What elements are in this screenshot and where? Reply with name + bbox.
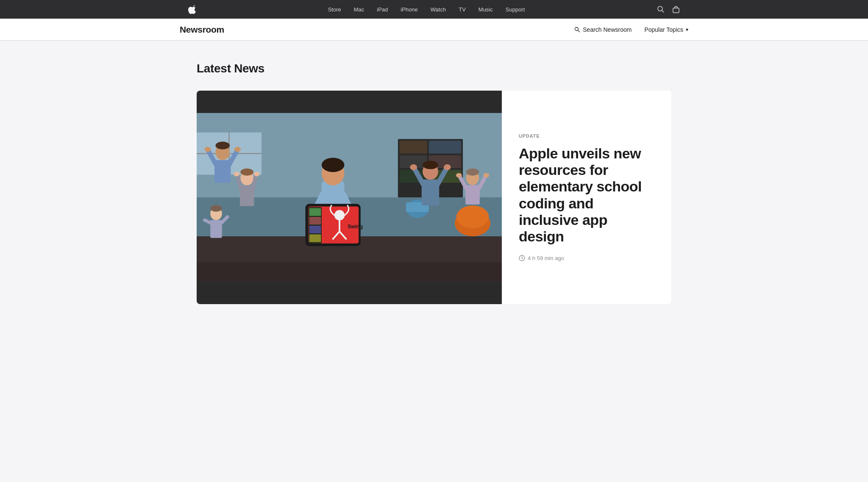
svg-line-4 xyxy=(578,30,580,32)
svg-point-23 xyxy=(215,141,230,149)
popular-topics-label: Popular Topics xyxy=(644,26,683,33)
nav-item-ipad[interactable]: iPad xyxy=(370,6,394,13)
nav-item-support[interactable]: Support xyxy=(499,6,531,13)
nav-links: Store Mac iPad iPhone Watch TV Music Sup… xyxy=(196,6,657,13)
article-title: Apple unveils new resources for elementa… xyxy=(519,145,654,245)
search-newsroom-label: Search Newsroom xyxy=(583,26,632,33)
svg-point-62 xyxy=(410,164,417,170)
newsroom-header: Newsroom Search Newsroom Popular Topics … xyxy=(0,19,868,41)
featured-article-image: Swing xyxy=(197,91,502,304)
nav-item-store[interactable]: Store xyxy=(322,6,348,13)
nav-item-watch[interactable]: Watch xyxy=(424,6,452,13)
svg-point-30 xyxy=(240,169,253,176)
svg-point-28 xyxy=(234,147,241,152)
latest-news-heading: Latest News xyxy=(197,62,671,75)
svg-point-21 xyxy=(456,205,489,228)
svg-line-79 xyxy=(522,258,523,259)
nav-actions xyxy=(657,6,680,13)
svg-rect-2 xyxy=(673,8,679,13)
search-button[interactable] xyxy=(657,6,665,13)
featured-article[interactable]: Swing xyxy=(197,91,671,304)
bag-button[interactable] xyxy=(672,6,680,13)
nav-item-music[interactable]: Music xyxy=(472,6,499,13)
popular-topics-button[interactable]: Popular Topics ▾ xyxy=(644,26,688,33)
newsroom-title: Newsroom xyxy=(180,25,224,35)
search-newsroom-link[interactable]: Search Newsroom xyxy=(574,26,632,33)
svg-point-27 xyxy=(204,147,211,152)
svg-rect-53 xyxy=(309,208,321,216)
svg-rect-56 xyxy=(309,234,321,242)
svg-text:Swing: Swing xyxy=(348,224,363,230)
nav-item-iphone[interactable]: iPhone xyxy=(394,6,424,13)
article-category: UPDATE xyxy=(519,133,654,139)
svg-point-35 xyxy=(254,172,260,176)
clock-icon xyxy=(519,255,525,261)
svg-rect-9 xyxy=(400,141,427,154)
svg-rect-10 xyxy=(429,141,462,154)
svg-point-63 xyxy=(444,164,451,170)
search-icon xyxy=(657,6,665,13)
svg-point-47 xyxy=(334,210,345,221)
apple-logo[interactable] xyxy=(188,5,196,14)
nav-item-tv[interactable]: TV xyxy=(452,6,472,13)
classroom-scene-svg: Swing xyxy=(197,91,502,304)
svg-point-65 xyxy=(466,169,479,176)
main-content: Latest News xyxy=(180,41,688,330)
bag-icon xyxy=(672,6,680,13)
apple-logo-icon xyxy=(188,5,196,14)
chevron-down-icon: ▾ xyxy=(686,27,688,33)
svg-point-38 xyxy=(322,158,345,172)
timestamp-text: 4 h 59 min ago xyxy=(528,255,564,261)
svg-rect-76 xyxy=(197,262,502,282)
svg-point-69 xyxy=(456,173,462,178)
svg-rect-54 xyxy=(309,217,321,224)
svg-point-72 xyxy=(210,205,222,211)
search-newsroom-icon xyxy=(574,27,580,33)
svg-line-1 xyxy=(662,11,664,13)
page-background: Latest News xyxy=(0,41,868,482)
main-nav: Store Mac iPad iPhone Watch TV Music Sup… xyxy=(0,0,868,19)
svg-point-70 xyxy=(483,173,489,178)
article-timestamp: 4 h 59 min ago xyxy=(519,255,654,261)
svg-rect-55 xyxy=(309,226,321,233)
svg-point-34 xyxy=(234,172,239,176)
featured-article-content: UPDATE Apple unveils new resources for e… xyxy=(502,91,671,304)
newsroom-actions: Search Newsroom Popular Topics ▾ xyxy=(574,26,688,33)
svg-point-58 xyxy=(423,161,438,169)
nav-item-mac[interactable]: Mac xyxy=(348,6,371,13)
